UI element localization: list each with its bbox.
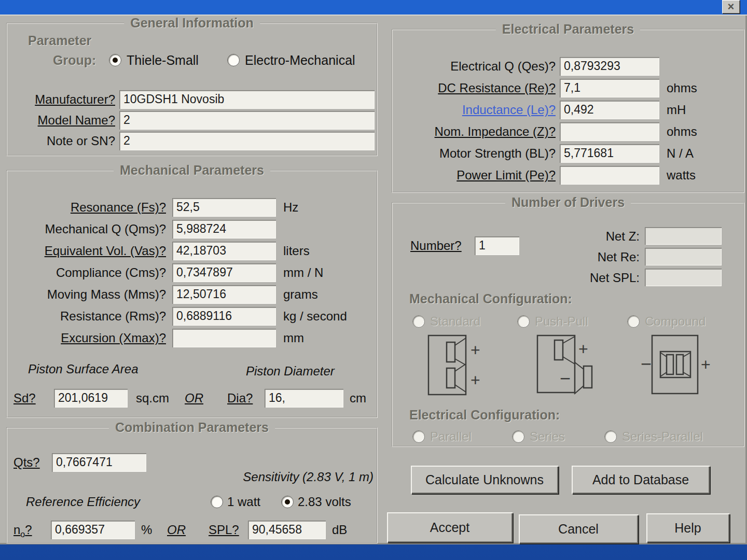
driver-parameters-dialog: General Information Parameter Group: Thi… [0,15,747,544]
svg-text:+: + [701,355,711,374]
xmax-label[interactable]: Excursion (Xmax)? [11,331,166,345]
dia-label[interactable]: Dia? [227,391,253,405]
number-of-drivers-group: Number of Drivers Number? 1 Net Z: Net R… [392,202,744,447]
pe-label[interactable]: Power Limit (Pe)? [397,168,556,183]
le-label[interactable]: Inductance (Le)? [397,103,556,117]
cms-unit: mm / N [283,265,323,280]
mms-input[interactable]: 12,50716 [172,285,276,304]
eta-unit: % [141,523,152,537]
z-input[interactable] [560,122,659,141]
radio-electro-mechanical-label[interactable]: Electro-Mechanical [245,53,355,68]
fs-label[interactable]: Resonance (Fs)? [11,200,166,215]
add-to-database-button[interactable]: Add to Database [572,466,710,494]
sd-input[interactable]: 201,0619 [54,389,128,408]
radio-series-label: Series [530,429,565,444]
qes-input[interactable]: 0,8793293 [560,57,659,76]
svg-text:−: − [641,353,652,374]
bl-label: Motor Strength (BL)? [397,146,556,161]
svg-text:+: + [578,340,588,358]
spl-label[interactable]: SPL? [209,523,239,537]
cms-label: Compliance (Cms)? [11,265,166,280]
spl-input[interactable]: 90,45658 [248,521,326,539]
radio-parallel-label: Parallel [430,429,472,444]
cancel-button[interactable]: Cancel [519,514,638,543]
rms-label: Resistance (Rms)? [11,309,166,324]
qts-label[interactable]: Qts? [13,455,40,470]
combination-parameters-title: Combination Parameters [109,420,275,435]
vas-label[interactable]: Equivalent Vol. (Vas)? [11,244,166,258]
sd-unit: sq.cm [136,391,169,405]
re-input[interactable]: 7,1 [560,79,659,97]
eta-sub: o [20,530,25,539]
xmax-input[interactable] [172,329,276,347]
radio-compound [627,315,640,328]
bl-input[interactable]: 5,771681 [560,144,659,163]
dia-input[interactable]: 16, [265,389,343,408]
radio-standard-label: Standard [430,314,480,329]
le-unit: mH [667,103,686,117]
note-sn-input[interactable]: 2 [119,132,375,150]
title-bar: × [0,0,747,15]
model-name-input[interactable]: 2 [119,111,375,130]
vas-input[interactable]: 42,18703 [172,242,276,260]
radio-push-pull-label: Push-Pull [535,314,588,329]
eta-q: ? [25,523,32,537]
qms-input[interactable]: 5,988724 [172,220,276,239]
radio-thiele-small-label[interactable]: Thiele-Small [127,53,199,68]
number-input[interactable]: 1 [475,236,519,255]
eta-input[interactable]: 0,669357 [51,521,135,539]
radio-283-volts-label[interactable]: 2.83 volts [298,495,351,509]
manufacturer-input[interactable]: 10GDSH1 Novosib [119,90,375,109]
eta-label[interactable]: no? [13,523,32,539]
mms-unit: grams [283,287,318,302]
cms-input[interactable]: 0,7347897 [172,263,276,282]
net-re-label: Net Re: [564,250,640,264]
radio-thiele-small[interactable] [109,54,121,66]
mms-label: Moving Mass (Mms)? [11,287,166,302]
calculate-unknowns-button[interactable]: Calculate Unknowns [411,466,558,494]
rms-input[interactable]: 0,6889116 [172,307,276,326]
number-label[interactable]: Number? [410,239,462,253]
pe-input[interactable] [560,166,659,185]
radio-283-volts[interactable] [281,496,294,508]
le-input[interactable]: 0,492 [560,101,659,119]
radio-1-watt-label[interactable]: 1 watt [227,495,260,509]
qms-label: Mechanical Q (Qms)? [11,222,166,236]
help-button[interactable]: Help [646,513,729,542]
reference-efficiency-label: Reference Efficiency [26,495,140,509]
mechanical-parameters-title: Mechanical Parameters [114,163,270,178]
radio-parallel [412,430,425,443]
z-label[interactable]: Nom. Impedance (Z)? [397,124,556,139]
compound-config-icon: − + [638,334,715,397]
electrical-configuration-label: Electrical Configuration: [409,408,560,423]
radio-compound-label: Compound [645,314,706,329]
radio-electro-mechanical[interactable] [227,54,240,66]
re-unit: ohms [667,81,697,95]
radio-push-pull [517,315,530,328]
radio-1-watt[interactable] [211,496,223,508]
fs-input[interactable]: 52,5 [172,198,276,217]
svg-text:+: + [471,371,480,389]
vas-unit: liters [283,244,310,258]
qts-input[interactable]: 0,7667471 [52,453,146,472]
radio-series [512,430,524,443]
eta-n: n [13,523,20,537]
re-label[interactable]: DC Resistance (Re)? [397,81,556,95]
parameter-label: Parameter [28,33,91,48]
radio-series-parallel [604,430,617,443]
electrical-parameters-title: Electrical Parameters [496,22,640,37]
combination-parameters-group: Combination Parameters Qts? 0,7667471 Se… [6,427,378,543]
model-name-label[interactable]: Model Name? [23,113,115,128]
z-unit: ohms [667,124,697,139]
accept-button[interactable]: Accept [387,512,513,542]
close-icon[interactable]: × [722,0,740,13]
net-spl-value [645,269,722,286]
sd-label[interactable]: Sd? [13,391,36,405]
manufacturer-label[interactable]: Manufacturer? [23,92,115,107]
sd-or-label: OR [185,391,203,405]
sensitivity-label: Sensitivity (2.83 V, 1 m) [210,470,374,484]
comb-or-label: OR [167,523,186,537]
dia-unit: cm [350,391,366,405]
net-spl-label: Net SPL: [564,271,640,285]
net-z-value [645,227,722,245]
